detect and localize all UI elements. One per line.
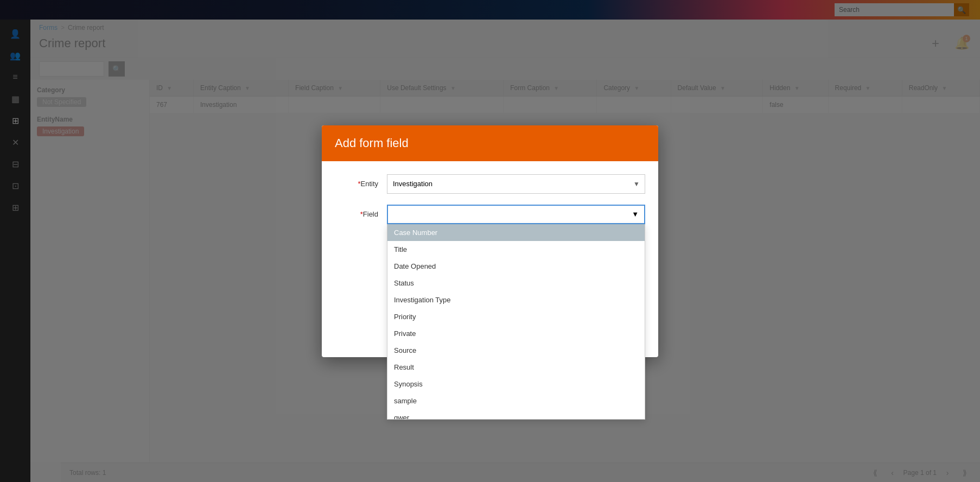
field-select-wrapper: ▼ Case Number Title Date Opened Status I… xyxy=(387,205,645,224)
field-chevron-icon: ▼ xyxy=(632,210,639,218)
dropdown-item-1[interactable]: Title xyxy=(387,241,645,258)
add-form-field-modal: Add form field *Entity Investigation ▼ xyxy=(322,125,658,357)
modal-backdrop: Add form field *Entity Investigation ▼ xyxy=(0,0,980,482)
field-form-row: *Field ▼ Case Number Title Date Opened S… xyxy=(335,205,645,224)
dropdown-item-7[interactable]: Source xyxy=(387,342,645,359)
dropdown-item-11[interactable]: qwer xyxy=(387,409,645,420)
entity-select-wrapper: Investigation ▼ xyxy=(387,174,645,194)
dropdown-item-8[interactable]: Result xyxy=(387,359,645,376)
dropdown-item-4[interactable]: Investigation Type xyxy=(387,291,645,308)
dropdown-item-10[interactable]: sample xyxy=(387,392,645,409)
modal-header: Add form field xyxy=(322,125,658,161)
dropdown-item-5[interactable]: Priority xyxy=(387,308,645,325)
dropdown-item-3[interactable]: Status xyxy=(387,275,645,291)
entity-label: *Entity xyxy=(335,180,378,188)
dropdown-item-9[interactable]: Synopsis xyxy=(387,376,645,392)
modal-body: *Entity Investigation ▼ *Field ▼ xyxy=(322,161,658,324)
field-label: *Field xyxy=(335,210,378,218)
field-label-text: Field xyxy=(363,210,378,218)
dropdown-item-2[interactable]: Date Opened xyxy=(387,258,645,275)
dropdown-item-6[interactable]: Private xyxy=(387,325,645,342)
entity-label-text: Entity xyxy=(360,180,378,188)
field-dropdown-list: Case Number Title Date Opened Status Inv… xyxy=(387,224,645,420)
dropdown-item-0[interactable]: Case Number xyxy=(387,224,645,241)
modal-title: Add form field xyxy=(335,136,645,150)
entity-select[interactable]: Investigation xyxy=(387,174,645,194)
entity-form-row: *Entity Investigation ▼ xyxy=(335,174,645,194)
field-select-button[interactable]: ▼ xyxy=(387,205,645,224)
